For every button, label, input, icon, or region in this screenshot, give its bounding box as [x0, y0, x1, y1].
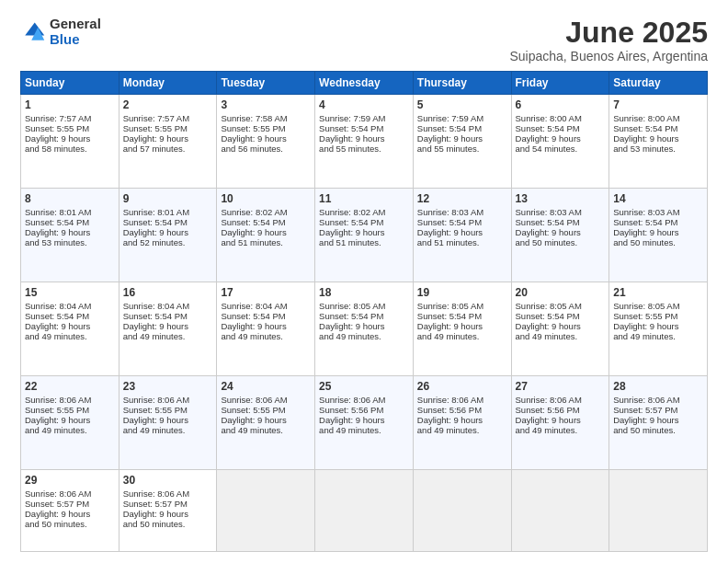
empty-cell-2	[315, 469, 414, 551]
day-17: 17 Sunrise: 8:04 AMSunset: 5:54 PMDaylig…	[217, 282, 315, 376]
day-12: 12 Sunrise: 8:03 AMSunset: 5:54 PMDaylig…	[413, 189, 511, 282]
day-24: 24 Sunrise: 8:06 AMSunset: 5:55 PMDaylig…	[217, 375, 315, 469]
day-11: 11 Sunrise: 8:02 AMSunset: 5:54 PMDaylig…	[315, 189, 414, 282]
day-2: 2 Sunrise: 7:57 AMSunset: 5:55 PMDayligh…	[119, 95, 217, 189]
day-4: 4 Sunrise: 7:59 AMSunset: 5:54 PMDayligh…	[315, 95, 414, 189]
logo-blue: Blue	[50, 32, 101, 48]
day-20: 20 Sunrise: 8:05 AMSunset: 5:54 PMDaylig…	[511, 282, 609, 376]
day-1: 1 Sunrise: 7:57 AMSunset: 5:55 PMDayligh…	[21, 95, 119, 189]
empty-cell-5	[609, 469, 708, 551]
page: General Blue June 2025 Suipacha, Buenos …	[0, 0, 728, 563]
day-26: 26 Sunrise: 8:06 AMSunset: 5:56 PMDaylig…	[413, 375, 511, 469]
day-14: 14 Sunrise: 8:03 AMSunset: 5:54 PMDaylig…	[609, 189, 708, 282]
day-16: 16 Sunrise: 8:04 AMSunset: 5:54 PMDaylig…	[119, 282, 217, 376]
svg-marker-0	[25, 22, 44, 35]
col-sunday: Sunday	[21, 72, 119, 95]
week-row-5: 29 Sunrise: 8:06 AMSunset: 5:57 PMDaylig…	[21, 469, 708, 551]
day-18: 18 Sunrise: 8:05 AMSunset: 5:54 PMDaylig…	[315, 282, 414, 376]
col-thursday: Thursday	[413, 72, 511, 95]
calendar-table: Sunday Monday Tuesday Wednesday Thursday…	[20, 71, 708, 552]
day-29: 29 Sunrise: 8:06 AMSunset: 5:57 PMDaylig…	[21, 469, 119, 551]
location-title: Suipacha, Buenos Aires, Argentina	[509, 49, 708, 63]
logo-icon	[20, 19, 46, 45]
week-row-2: 8 Sunrise: 8:01 AMSunset: 5:54 PMDayligh…	[21, 189, 708, 282]
day-19: 19 Sunrise: 8:05 AMSunset: 5:54 PMDaylig…	[413, 282, 511, 376]
day-7: 7 Sunrise: 8:00 AMSunset: 5:54 PMDayligh…	[609, 95, 708, 189]
empty-cell-3	[413, 469, 511, 551]
day-21: 21 Sunrise: 8:05 AMSunset: 5:55 PMDaylig…	[609, 282, 708, 376]
col-wednesday: Wednesday	[315, 72, 414, 95]
title-section: June 2025 Suipacha, Buenos Aires, Argent…	[509, 17, 708, 63]
day-30: 30 Sunrise: 8:06 AMSunset: 5:57 PMDaylig…	[119, 469, 217, 551]
logo-general: General	[50, 17, 101, 32]
day-13: 13 Sunrise: 8:03 AMSunset: 5:54 PMDaylig…	[511, 189, 609, 282]
logo-text: General Blue	[50, 17, 101, 47]
month-title: June 2025	[509, 17, 708, 49]
empty-cell-1	[217, 469, 315, 551]
col-saturday: Saturday	[609, 72, 708, 95]
day-23: 23 Sunrise: 8:06 AMSunset: 5:55 PMDaylig…	[119, 375, 217, 469]
day-10: 10 Sunrise: 8:02 AMSunset: 5:54 PMDaylig…	[217, 189, 315, 282]
week-row-1: 1 Sunrise: 7:57 AMSunset: 5:55 PMDayligh…	[21, 95, 708, 189]
day-8: 8 Sunrise: 8:01 AMSunset: 5:54 PMDayligh…	[21, 189, 119, 282]
day-22: 22 Sunrise: 8:06 AMSunset: 5:55 PMDaylig…	[21, 375, 119, 469]
col-tuesday: Tuesday	[217, 72, 315, 95]
week-row-4: 22 Sunrise: 8:06 AMSunset: 5:55 PMDaylig…	[21, 375, 708, 469]
logo: General Blue	[20, 17, 101, 47]
day-15: 15 Sunrise: 8:04 AMSunset: 5:54 PMDaylig…	[21, 282, 119, 376]
day-25: 25 Sunrise: 8:06 AMSunset: 5:56 PMDaylig…	[315, 375, 414, 469]
week-row-3: 15 Sunrise: 8:04 AMSunset: 5:54 PMDaylig…	[21, 282, 708, 376]
header: General Blue June 2025 Suipacha, Buenos …	[20, 17, 708, 63]
day-3: 3 Sunrise: 7:58 AMSunset: 5:55 PMDayligh…	[217, 95, 315, 189]
empty-cell-4	[511, 469, 609, 551]
col-friday: Friday	[511, 72, 609, 95]
day-5: 5 Sunrise: 7:59 AMSunset: 5:54 PMDayligh…	[413, 95, 511, 189]
day-27: 27 Sunrise: 8:06 AMSunset: 5:56 PMDaylig…	[511, 375, 609, 469]
day-28: 28 Sunrise: 8:06 AMSunset: 5:57 PMDaylig…	[609, 375, 708, 469]
col-monday: Monday	[119, 72, 217, 95]
day-6: 6 Sunrise: 8:00 AMSunset: 5:54 PMDayligh…	[511, 95, 609, 189]
calendar-header-row: Sunday Monday Tuesday Wednesday Thursday…	[21, 72, 708, 95]
day-9: 9 Sunrise: 8:01 AMSunset: 5:54 PMDayligh…	[119, 189, 217, 282]
